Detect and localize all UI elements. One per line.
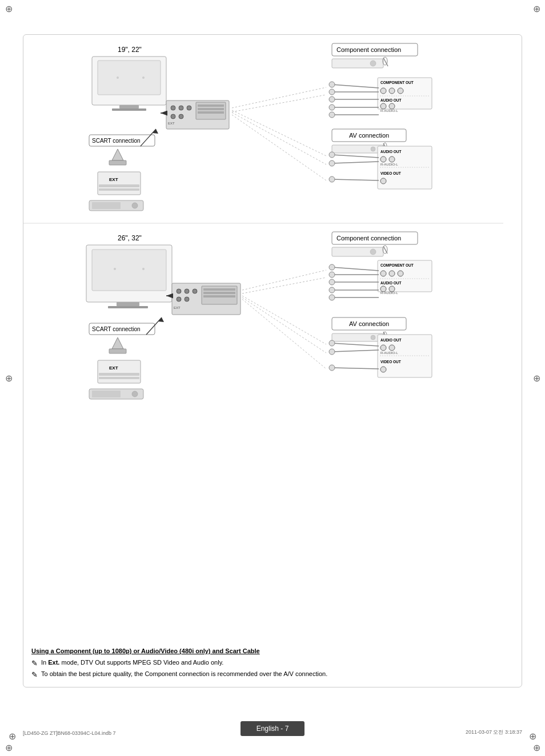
svg-rect-93 <box>203 288 235 291</box>
reg-mark-ml: ⊕ <box>3 372 14 384</box>
svg-text:R-AUDIO-L: R-AUDIO-L <box>380 351 398 355</box>
svg-point-34 <box>329 82 335 87</box>
svg-point-127 <box>371 335 375 340</box>
svg-rect-72 <box>99 184 139 187</box>
svg-line-144 <box>242 296 326 344</box>
svg-rect-152 <box>99 373 139 376</box>
footer-reg-left: ⊕ <box>9 731 16 742</box>
svg-point-8 <box>179 106 183 110</box>
svg-rect-46 <box>332 145 383 153</box>
svg-rect-155 <box>92 391 121 397</box>
svg-point-3 <box>142 77 145 79</box>
svg-point-106 <box>389 271 395 276</box>
svg-point-139 <box>329 340 335 346</box>
svg-point-91 <box>185 297 189 301</box>
svg-point-61 <box>329 160 335 166</box>
svg-line-44 <box>232 95 326 112</box>
svg-text:EXT: EXT <box>174 306 181 309</box>
svg-point-31 <box>389 103 395 109</box>
svg-rect-15 <box>198 111 224 114</box>
svg-text:AUDIO OUT: AUDIO OUT <box>380 281 402 285</box>
svg-point-40 <box>329 104 335 110</box>
notes-title: Using a Component (up to 1080p) or Audio… <box>31 648 514 654</box>
svg-text:R-AUDIO-L: R-AUDIO-L <box>380 163 398 166</box>
svg-rect-149 <box>109 349 126 353</box>
svg-rect-84 <box>117 302 139 306</box>
svg-point-53 <box>389 156 395 162</box>
svg-rect-1 <box>98 61 161 95</box>
note-1-text: In Ext. mode, DTV Out supports MPEG SD V… <box>41 659 223 666</box>
reg-mark-bl: ⊕ <box>3 742 14 753</box>
svg-point-143 <box>329 365 335 371</box>
av-conn-label-top: AV connection <box>349 132 389 139</box>
reg-mark-tr: ⊕ <box>531 3 542 14</box>
reg-mark-tl: ⊕ <box>3 3 14 14</box>
svg-point-137 <box>380 367 386 372</box>
svg-point-156 <box>132 391 138 397</box>
svg-line-142 <box>332 368 379 369</box>
svg-point-57 <box>380 178 386 184</box>
svg-text:R-AUDIO-L: R-AUDIO-L <box>380 109 398 112</box>
page-label: English - 7 <box>241 721 305 736</box>
svg-point-116 <box>329 272 335 278</box>
scart-conn-label-top: SCART connection <box>92 138 141 144</box>
svg-rect-81 <box>92 250 166 291</box>
note-1: ✎ In Ext. mode, DTV Out supports MPEG SD… <box>31 659 514 667</box>
reg-mark-mr: ⊕ <box>531 372 542 384</box>
svg-text:R-AUDIO-L: R-AUDIO-L <box>380 291 398 295</box>
svg-rect-153 <box>99 377 139 379</box>
svg-marker-68 <box>112 149 123 160</box>
svg-text:VIDEO OUT: VIDEO OUT <box>380 171 401 175</box>
svg-text:EXT: EXT <box>168 122 175 125</box>
note-icon-2: ✎ <box>31 670 38 679</box>
svg-rect-70 <box>98 172 141 195</box>
note-2: ✎ To obtain the best picture quality, th… <box>31 670 514 679</box>
svg-point-30 <box>380 103 386 109</box>
svg-text:VIDEO OUT: VIDEO OUT <box>380 360 401 364</box>
reg-mark-br: ⊕ <box>531 742 542 753</box>
svg-point-63 <box>329 176 335 182</box>
svg-line-66 <box>232 115 326 180</box>
svg-rect-5 <box>112 108 146 111</box>
svg-point-118 <box>329 279 335 285</box>
svg-point-88 <box>185 289 189 293</box>
svg-rect-69 <box>109 160 126 165</box>
svg-rect-94 <box>203 292 235 294</box>
svg-point-11 <box>179 114 183 119</box>
svg-point-38 <box>329 96 335 102</box>
svg-marker-148 <box>112 337 123 349</box>
svg-text:AUDIO OUT: AUDIO OUT <box>380 98 402 102</box>
av-conn-label-bottom: AV connection <box>349 320 389 327</box>
scart-conn-label-bottom: SCART connection <box>92 326 141 332</box>
svg-text:AUDIO OUT: AUDIO OUT <box>380 150 402 154</box>
note-2-text: To obtain the best picture quality, the … <box>41 670 327 677</box>
svg-point-10 <box>171 114 175 119</box>
svg-line-145 <box>242 297 326 353</box>
bottom-text-section: Using a Component (up to 1080p) or Audio… <box>31 648 514 682</box>
svg-point-133 <box>389 345 395 351</box>
comp-conn-label-top: Component connection <box>336 46 401 53</box>
svg-point-7 <box>171 106 175 110</box>
svg-rect-150 <box>98 360 141 383</box>
main-diagram: 19", 22" EXT <box>23 35 503 549</box>
footer-reg-right: ⊕ <box>529 731 536 742</box>
svg-text:EXT: EXT <box>109 365 118 371</box>
svg-point-76 <box>132 203 138 208</box>
svg-point-26 <box>389 88 395 94</box>
svg-marker-78 <box>153 129 158 134</box>
top-size-label: 19", 22" <box>118 46 142 54</box>
svg-line-124 <box>242 278 326 293</box>
svg-text:COMPONENT OUT: COMPONENT OUT <box>380 263 414 267</box>
svg-point-120 <box>329 287 335 293</box>
bottom-size-label: 26", 32" <box>118 234 142 242</box>
svg-point-107 <box>398 271 403 276</box>
svg-line-65 <box>232 112 326 164</box>
svg-line-146 <box>242 299 326 369</box>
svg-line-113 <box>332 267 379 271</box>
svg-point-52 <box>380 156 386 162</box>
svg-point-2 <box>117 77 119 79</box>
svg-point-36 <box>329 89 335 95</box>
svg-point-141 <box>329 349 335 355</box>
svg-rect-85 <box>108 306 148 308</box>
page: ⊕ ⊕ ⊕ ⊕ ⊕ ⊕ 19", 22" <box>0 0 545 756</box>
